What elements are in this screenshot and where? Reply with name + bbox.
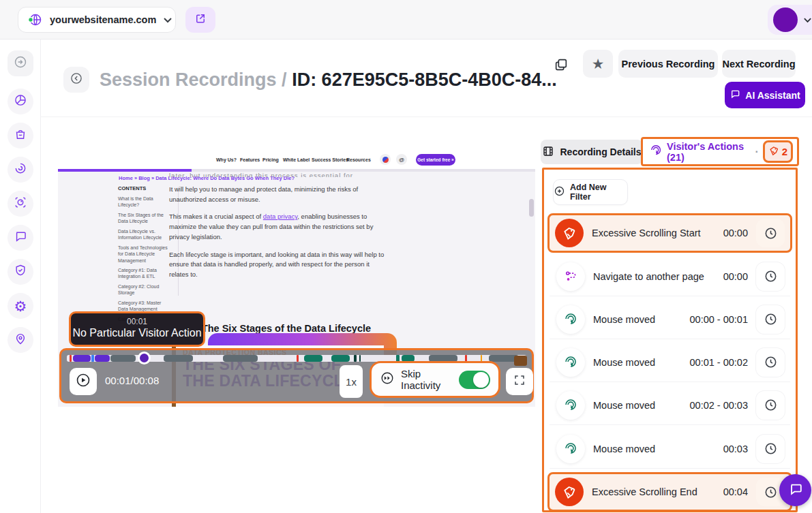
action-row[interactable]: Navigate to another page 00:00 [550, 257, 790, 296]
breadcrumb-separator: / [282, 69, 287, 90]
accessibility-icon: @ [396, 154, 407, 165]
sidebar-item-settings[interactable]: ⚙ [7, 293, 33, 319]
timeline-playhead[interactable] [138, 352, 151, 364]
settings-gear-icon: ⚙ [14, 299, 27, 313]
toc-item: Category #2: Cloud Storage [118, 283, 171, 296]
tab-recording-details[interactable]: Recording Details [541, 140, 643, 164]
timeline-segment-activity [164, 355, 194, 362]
timeline-tooltip: 00:01 No Particular Visitor Action [69, 311, 205, 347]
fullscreen-icon [513, 374, 526, 389]
copy-id-button[interactable] [554, 57, 569, 75]
playback-time: 00:01/00:08 [105, 375, 159, 386]
skip-inactivity-toggle[interactable] [459, 371, 490, 389]
timeline-segment-mouse [304, 355, 322, 362]
action-row[interactable]: Mouse moved 00:02 - 00:03 [550, 386, 790, 425]
excessive-scrolling-badge[interactable]: 2 [763, 140, 793, 163]
badge-count: 2 [782, 146, 787, 157]
replay-cta-button: Get started free » [416, 154, 455, 166]
back-button[interactable] [63, 67, 89, 93]
timeline-segment-mouse [331, 355, 350, 362]
recording-id: ID: 627E95C5-8B5C-4B0C-84... [292, 69, 557, 90]
skip-inactivity-control[interactable]: Skip Inactivity [370, 361, 500, 398]
copy-icon [554, 63, 569, 74]
toc-item: Tools and Technologies for Data Lifecycl… [118, 245, 171, 264]
timeline-marker-red [70, 355, 72, 362]
top-bar: yourwebsitename.com [0, 0, 812, 40]
sidebar-item-dashboard[interactable] [7, 89, 33, 114]
jump-to-time-button[interactable] [756, 219, 785, 247]
jump-to-time-button[interactable] [756, 391, 785, 420]
jump-to-time-button[interactable] [756, 435, 785, 463]
jump-to-time-button[interactable] [756, 305, 785, 334]
support-chat-button[interactable] [779, 474, 811, 506]
scrolling-tag-icon [768, 145, 779, 159]
action-row[interactable]: Mouse moved 00:03 [550, 429, 790, 469]
shopping-bag-icon [14, 127, 27, 144]
fullscreen-button[interactable] [506, 368, 533, 395]
next-recording-button[interactable]: Next Recording [722, 50, 796, 78]
action-label: Excessive Scrolling Start [592, 228, 715, 238]
skip-inactivity-label: Skip Inactivity [401, 368, 453, 391]
sidebar-item-visitors[interactable] [7, 327, 33, 353]
jump-to-time-button[interactable] [756, 262, 785, 291]
replay-page-nav: Why Us? Features Pricing White Label Suc… [58, 133, 535, 169]
timeline-end-thumbnail [514, 356, 527, 366]
favorite-button[interactable]: ★ [583, 50, 613, 78]
sidebar-item-conversions[interactable] [7, 123, 33, 149]
recording-player: Why Us? Features Pricing White Label Suc… [58, 133, 535, 407]
mouse-moved-icon [556, 391, 585, 420]
action-row[interactable]: Mouse moved 00:01 - 00:02 [550, 343, 790, 382]
action-label: Mouse moved [593, 400, 682, 411]
action-row[interactable]: Excessive Scrolling Start 00:00 [547, 213, 792, 253]
play-button[interactable] [70, 368, 97, 395]
playback-speed-button[interactable]: 1x [340, 365, 363, 398]
action-time: 00:00 [723, 271, 748, 282]
language-flag-icon [380, 154, 391, 165]
action-row[interactable]: Mouse moved 00:00 - 00:01 [550, 300, 790, 339]
plus-circle-icon [554, 185, 565, 199]
previous-recording-button[interactable]: Previous Recording [618, 50, 718, 78]
timeline-segment-activity [110, 355, 136, 362]
action-label: Navigate to another page [593, 271, 715, 282]
paragraph: This makes it a crucial aspect of data p… [169, 212, 386, 242]
action-time: 00:03 [723, 444, 748, 454]
replay-nav-link: Features [240, 157, 260, 162]
open-website-button[interactable] [185, 7, 215, 33]
replay-nav-link: White Label [283, 157, 310, 162]
location-pin-icon [14, 332, 27, 348]
replay-nav-link: Success Stories [312, 157, 348, 162]
toc-item: Data Lifecycle vs. Information Lifecycle [118, 228, 171, 241]
action-time: 00:00 - 00:01 [690, 314, 748, 325]
sidebar-item-session-recordings[interactable] [7, 191, 33, 217]
shield-check-icon [14, 264, 27, 280]
tab-visitors-actions[interactable]: Visitor's Actions (21) · 2 [641, 137, 799, 166]
website-name: yourwebsitename.com [50, 14, 156, 25]
sidebar-item-security[interactable] [7, 259, 33, 285]
play-icon [75, 372, 91, 391]
chevron-down-icon [163, 14, 172, 26]
timeline-segment-scroll [73, 355, 91, 362]
film-icon [542, 145, 554, 159]
external-link-icon [194, 12, 207, 27]
user-menu[interactable] [768, 5, 812, 35]
data-privacy-link: data privacy [263, 213, 298, 220]
back-arrow-icon [70, 72, 83, 88]
sidebar-item-feedback[interactable] [7, 225, 33, 251]
timeline-marker-dark [354, 355, 357, 362]
add-new-filter-button[interactable]: Add New Filter [553, 179, 628, 205]
action-label: Mouse moved [593, 314, 682, 325]
sidebar-collapse-button[interactable] [7, 50, 33, 76]
add-new-filter-label: Add New Filter [570, 183, 627, 202]
timeline-marker-dark [359, 355, 361, 362]
sidebar-item-heatmaps[interactable] [7, 157, 33, 183]
website-selector[interactable]: yourwebsitename.com [18, 7, 176, 33]
ai-assistant-button[interactable]: AI Assistant [725, 82, 805, 108]
visitors-actions-panel: Add New Filter Excessive Scrolling Start… [542, 168, 798, 512]
jump-to-time-button[interactable] [756, 348, 785, 377]
action-row[interactable]: Excessive Scrolling End 00:04 [547, 472, 792, 512]
chat-bubble-icon [14, 230, 27, 246]
chat-bubble-icon [730, 89, 740, 102]
action-time: 00:01 - 00:02 [690, 357, 748, 368]
collapse-arrow-icon [14, 55, 27, 72]
toc-item: Category #1: Data Integration & ETL [118, 267, 171, 280]
